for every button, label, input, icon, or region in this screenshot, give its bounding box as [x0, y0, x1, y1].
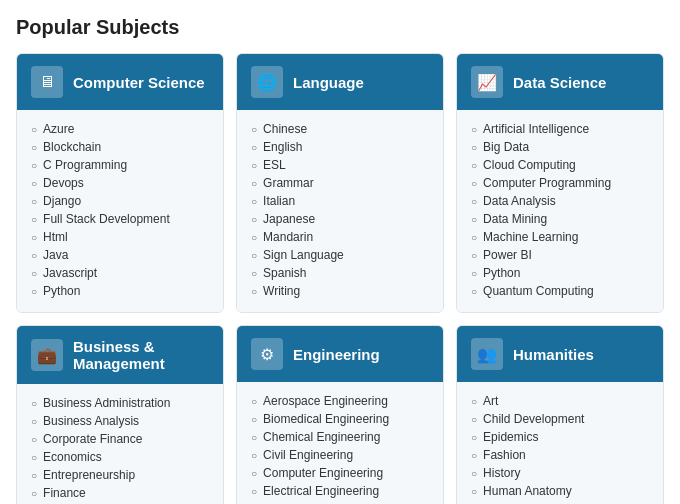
list-item[interactable]: Python	[31, 282, 209, 300]
list-item[interactable]: Finance	[31, 484, 209, 502]
card-humanities: 👥HumanitiesArtChild DevelopmentEpidemics…	[456, 325, 664, 504]
subject-list-data-science: Artificial IntelligenceBig DataCloud Com…	[471, 120, 649, 300]
list-item[interactable]: Electrical Engineering	[251, 482, 429, 500]
page-title: Popular Subjects	[16, 16, 664, 39]
card-business-management: 💼Business & ManagementBusiness Administr…	[16, 325, 224, 504]
list-item[interactable]: Literature	[471, 500, 649, 504]
list-item[interactable]: Corporate Finance	[31, 430, 209, 448]
list-item[interactable]: Full Stack Development	[31, 210, 209, 228]
list-item[interactable]: Java	[31, 246, 209, 264]
card-header-language[interactable]: 🌐Language	[237, 54, 443, 110]
list-item[interactable]: ESL	[251, 156, 429, 174]
list-item[interactable]: Fashion	[471, 446, 649, 464]
list-item[interactable]: Entrepreneurship	[31, 466, 209, 484]
list-item[interactable]: Writing	[251, 282, 429, 300]
list-item[interactable]: History	[471, 464, 649, 482]
card-header-data-science[interactable]: 📈Data Science	[457, 54, 663, 110]
card-title-humanities: Humanities	[513, 346, 594, 363]
list-item[interactable]: Human Anatomy	[471, 482, 649, 500]
humanities-icon: 👥	[471, 338, 503, 370]
card-body-data-science: Artificial IntelligenceBig DataCloud Com…	[457, 110, 663, 312]
card-title-engineering: Engineering	[293, 346, 380, 363]
card-engineering: ⚙EngineeringAerospace EngineeringBiomedi…	[236, 325, 444, 504]
list-item[interactable]: Data Mining	[471, 210, 649, 228]
list-item[interactable]: C Programming	[31, 156, 209, 174]
card-header-engineering[interactable]: ⚙Engineering	[237, 326, 443, 382]
list-item[interactable]: Chemical Engineering	[251, 428, 429, 446]
list-item[interactable]: Devops	[31, 174, 209, 192]
card-header-business-management[interactable]: 💼Business & Management	[17, 326, 223, 384]
list-item[interactable]: Power BI	[471, 246, 649, 264]
subject-list-business-management: Business AdministrationBusiness Analysis…	[31, 394, 209, 504]
subject-list-computer-science: AzureBlockchainC ProgrammingDevopsDjango…	[31, 120, 209, 300]
list-item[interactable]: Machine Learning	[471, 228, 649, 246]
card-title-language: Language	[293, 74, 364, 91]
card-header-humanities[interactable]: 👥Humanities	[457, 326, 663, 382]
list-item[interactable]: Civil Engineering	[251, 446, 429, 464]
subject-list-language: ChineseEnglishESLGrammarItalianJapaneseM…	[251, 120, 429, 300]
list-item[interactable]: Quantum Computing	[471, 282, 649, 300]
list-item[interactable]: Biomedical Engineering	[251, 410, 429, 428]
list-item[interactable]: Javascript	[31, 264, 209, 282]
list-item[interactable]: Art	[471, 392, 649, 410]
business-management-icon: 💼	[31, 339, 63, 371]
list-item[interactable]: Computer Programming	[471, 174, 649, 192]
list-item[interactable]: Computer Engineering	[251, 464, 429, 482]
data-science-icon: 📈	[471, 66, 503, 98]
list-item[interactable]: Cloud Computing	[471, 156, 649, 174]
list-item[interactable]: English	[251, 138, 429, 156]
card-body-computer-science: AzureBlockchainC ProgrammingDevopsDjango…	[17, 110, 223, 312]
list-item[interactable]: Spanish	[251, 264, 429, 282]
list-item[interactable]: Italian	[251, 192, 429, 210]
list-item[interactable]: Mandarin	[251, 228, 429, 246]
list-item[interactable]: Django	[31, 192, 209, 210]
list-item[interactable]: Blockchain	[31, 138, 209, 156]
list-item[interactable]: Html	[31, 228, 209, 246]
card-title-data-science: Data Science	[513, 74, 606, 91]
subject-list-humanities: ArtChild DevelopmentEpidemicsFashionHist…	[471, 392, 649, 504]
list-item[interactable]: Chinese	[251, 120, 429, 138]
list-item[interactable]: Aerospace Engineering	[251, 392, 429, 410]
card-header-computer-science[interactable]: 🖥Computer Science	[17, 54, 223, 110]
list-item[interactable]: Epidemics	[471, 428, 649, 446]
list-item[interactable]: Grammar	[251, 174, 429, 192]
card-body-engineering: Aerospace EngineeringBiomedical Engineer…	[237, 382, 443, 504]
card-language: 🌐LanguageChineseEnglishESLGrammarItalian…	[236, 53, 444, 313]
card-body-humanities: ArtChild DevelopmentEpidemicsFashionHist…	[457, 382, 663, 504]
card-title-business-management: Business & Management	[73, 338, 209, 372]
list-item[interactable]: Azure	[31, 120, 209, 138]
list-item[interactable]: Artificial Intelligence	[471, 120, 649, 138]
card-body-language: ChineseEnglishESLGrammarItalianJapaneseM…	[237, 110, 443, 312]
card-body-business-management: Business AdministrationBusiness Analysis…	[17, 384, 223, 504]
list-item[interactable]: Data Analysis	[471, 192, 649, 210]
subject-list-engineering: Aerospace EngineeringBiomedical Engineer…	[251, 392, 429, 504]
engineering-icon: ⚙	[251, 338, 283, 370]
list-item[interactable]: Business Administration	[31, 394, 209, 412]
card-data-science: 📈Data ScienceArtificial IntelligenceBig …	[456, 53, 664, 313]
language-icon: 🌐	[251, 66, 283, 98]
computer-science-icon: 🖥	[31, 66, 63, 98]
list-item[interactable]: Python	[471, 264, 649, 282]
card-title-computer-science: Computer Science	[73, 74, 205, 91]
card-computer-science: 🖥Computer ScienceAzureBlockchainC Progra…	[16, 53, 224, 313]
subjects-grid: 🖥Computer ScienceAzureBlockchainC Progra…	[16, 53, 664, 504]
list-item[interactable]: Business Analysis	[31, 412, 209, 430]
list-item[interactable]: Japanese	[251, 210, 429, 228]
list-item[interactable]: Industrial Engineering	[251, 500, 429, 504]
list-item[interactable]: Economics	[31, 448, 209, 466]
list-item[interactable]: Sign Language	[251, 246, 429, 264]
list-item[interactable]: Child Development	[471, 410, 649, 428]
list-item[interactable]: Big Data	[471, 138, 649, 156]
